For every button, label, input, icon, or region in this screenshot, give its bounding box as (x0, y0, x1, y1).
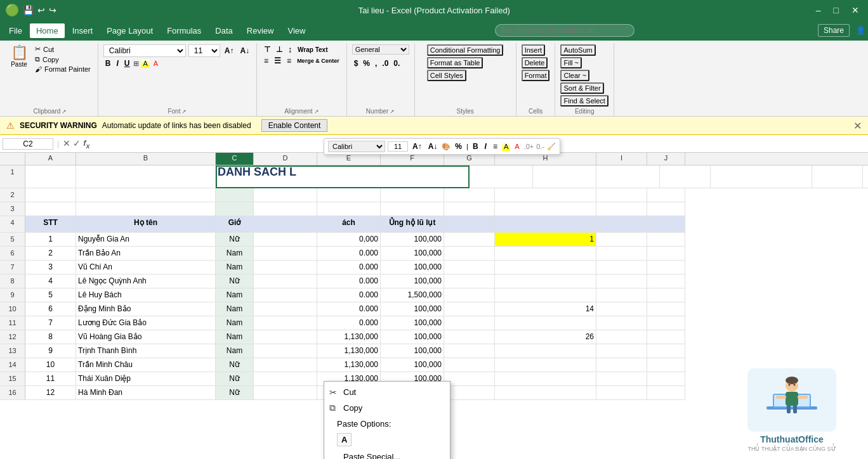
cell-h9[interactable] (495, 288, 596, 302)
cell-g5[interactable] (444, 233, 495, 247)
currency-button[interactable]: $ (352, 58, 360, 68)
mini-font-color-button[interactable]: A (513, 142, 521, 151)
cell-f5[interactable]: 100,000 (381, 233, 444, 247)
cell-e3[interactable] (317, 202, 381, 216)
cell-d4[interactable] (254, 216, 317, 233)
cell-j4[interactable] (647, 216, 685, 233)
font-family-select[interactable]: Calibri (103, 44, 186, 57)
search-input[interactable] (495, 24, 635, 37)
cell-a4[interactable]: STT (25, 216, 76, 233)
row-header-4[interactable]: 4 (0, 216, 25, 233)
cell-b15[interactable]: Thái Xuân Diệp (76, 372, 216, 386)
cell-e10[interactable]: 0.000 (317, 302, 381, 316)
cell-h14[interactable] (495, 358, 596, 372)
cell-b4[interactable]: Họ tên (76, 216, 216, 233)
cell-e7[interactable]: 0.000 (317, 261, 381, 275)
format-cells-button[interactable]: Format (522, 70, 550, 81)
cell-a15[interactable]: 11 (25, 372, 76, 386)
font-decrease-button[interactable]: A↓ (238, 46, 251, 56)
font-color-button[interactable]: A (152, 59, 160, 68)
cell-f6[interactable]: 100,000 (381, 247, 444, 261)
row-header-16[interactable]: 16 (0, 386, 25, 400)
enable-content-button[interactable]: Enable Content (261, 119, 328, 132)
increase-decimal-button[interactable]: .0 (380, 58, 390, 68)
cell-f13[interactable]: 100,000 (381, 344, 444, 358)
row-header-2[interactable]: 2 (0, 188, 25, 202)
cell-styles-button[interactable]: Cell Styles (427, 70, 466, 81)
cell-j8[interactable] (647, 275, 685, 288)
cell-h6[interactable] (495, 247, 596, 261)
cell-b16[interactable]: Hà Minh Đan (76, 386, 216, 400)
row-header-7[interactable]: 7 (0, 261, 25, 275)
cell-c7[interactable]: Nam (216, 261, 254, 275)
col-header-a[interactable]: A (25, 153, 76, 165)
cell-g6[interactable] (444, 247, 495, 261)
alignment-expand-icon[interactable]: ↗ (314, 108, 319, 115)
cell-e11[interactable]: 0.000 (317, 316, 381, 330)
mini-italic-button[interactable]: I (483, 141, 489, 152)
cell-g16[interactable] (444, 386, 495, 400)
cell-h10[interactable]: 14 (495, 302, 596, 316)
cell-c9[interactable]: Nam (216, 288, 254, 302)
auto-sum-button[interactable]: AutoSum (560, 44, 595, 56)
format-painter-button[interactable]: 🖌 Format Painter (33, 65, 93, 74)
row-header-8[interactable]: 8 (0, 275, 25, 288)
cell-j7[interactable] (647, 261, 685, 275)
security-close-button[interactable]: ✕ (853, 120, 862, 132)
cell-h3[interactable] (495, 202, 596, 216)
row-header-3[interactable]: 3 (0, 202, 25, 216)
cell-b12[interactable]: Vũ Hoàng Gia Bảo (76, 330, 216, 344)
cell-h13[interactable] (495, 344, 596, 358)
cell-e12[interactable]: 1,130,000 (317, 330, 381, 344)
cell-g14[interactable] (444, 358, 495, 372)
cell-a3[interactable] (25, 202, 76, 216)
cell-f11[interactable]: 100,000 (381, 316, 444, 330)
row-header-5[interactable]: 5 (0, 233, 25, 247)
cell-e6[interactable]: 0.000 (317, 247, 381, 261)
cell-j14[interactable] (647, 358, 685, 372)
cell-f4[interactable]: Ủng hộ lũ lụt (381, 216, 444, 233)
bold-button[interactable]: B (103, 58, 113, 68)
cell-a1[interactable] (25, 165, 76, 188)
cell-b10[interactable]: Đặng Minh Bảo (76, 302, 216, 316)
cell-c3[interactable] (216, 202, 254, 216)
cell-g7[interactable] (444, 261, 495, 275)
cell-d6[interactable] (254, 247, 317, 261)
cell-c14[interactable]: Nữ (216, 358, 254, 372)
menu-formulas[interactable]: Formulas (161, 23, 207, 38)
cell-j9[interactable] (647, 288, 685, 302)
cell-i10[interactable] (596, 302, 647, 316)
row-header-14[interactable]: 14 (0, 358, 25, 372)
cell-h5[interactable]: 1 (495, 233, 596, 247)
cell-e1[interactable] (533, 165, 596, 188)
comma-button[interactable]: , (373, 58, 379, 68)
row-header-6[interactable]: 6 (0, 247, 25, 261)
cell-e14[interactable]: 1,130,000 (317, 358, 381, 372)
cell-d5[interactable] (254, 233, 317, 247)
cell-d3[interactable] (254, 202, 317, 216)
cell-b3[interactable] (76, 202, 216, 216)
cell-a14[interactable]: 10 (25, 358, 76, 372)
mini-percent-button[interactable]: % (453, 141, 464, 152)
ctx-paste-a-icon[interactable]: A (337, 433, 352, 446)
cell-i15[interactable] (596, 372, 647, 386)
cell-j2[interactable] (647, 188, 685, 202)
cell-j6[interactable] (647, 247, 685, 261)
row-header-13[interactable]: 13 (0, 344, 25, 358)
delete-cells-button[interactable]: Delete (522, 57, 548, 68)
cell-g4[interactable] (444, 216, 495, 233)
minimize-button[interactable]: – (812, 0, 825, 20)
cell-b2[interactable] (76, 188, 216, 202)
italic-button[interactable]: I (114, 58, 120, 68)
cell-b1[interactable] (76, 165, 216, 188)
format-as-table-button[interactable]: Format as Table (427, 57, 483, 68)
cell-c5[interactable]: Nữ (216, 233, 254, 247)
cell-reference-input[interactable] (3, 138, 53, 150)
cell-f3[interactable] (381, 202, 444, 216)
number-expand-icon[interactable]: ↗ (390, 108, 395, 115)
cell-a6[interactable]: 2 (25, 247, 76, 261)
cell-i2[interactable] (596, 188, 647, 202)
cell-d7[interactable] (254, 261, 317, 275)
cell-b8[interactable]: Lê Ngọc Quỳnh Anh (76, 275, 216, 288)
cell-a13[interactable]: 9 (25, 344, 76, 358)
